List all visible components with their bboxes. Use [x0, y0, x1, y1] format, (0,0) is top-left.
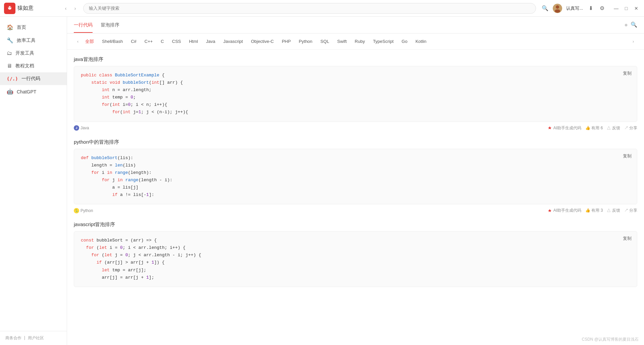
lang-objc[interactable]: Objective-C: [248, 38, 277, 45]
javascript-code: const bubbleSort = (arr) => { for (let i…: [81, 237, 630, 281]
python-ai-action[interactable]: AI助手生成代码: [547, 208, 581, 213]
lang-all[interactable]: 全部: [82, 37, 97, 46]
oneliner-icon: (/.): [7, 76, 18, 81]
java-code-block: 复制 public class BubbleSortExample { stat…: [74, 66, 637, 122]
app-name: 猿如意: [17, 5, 34, 12]
sidebar-item-devtools[interactable]: 🗂 开发工具: [0, 47, 67, 60]
sidebar-item-oneliner[interactable]: (/.) 一行代码: [0, 72, 67, 85]
sidebar-item-label: 首页: [17, 24, 26, 30]
python-footer: 🐍 Python AI助手生成代码 👍 有用 3 △ 反馈: [74, 204, 637, 215]
business-link[interactable]: 商务合作: [5, 335, 21, 341]
tools-icon: 🔧: [7, 37, 13, 44]
lang-java[interactable]: Java: [203, 38, 218, 45]
python-feedback-action[interactable]: △ 反馈: [607, 208, 620, 213]
titlebar: 猿如意 ‹ › 🔍 认真写... ⬇ ⚙ — □ ✕: [0, 0, 644, 17]
lang-prev-arrow[interactable]: ‹: [74, 38, 82, 46]
java-lang-dot: J: [74, 125, 79, 131]
python-entry-title: python中的冒泡排序: [74, 139, 637, 145]
java-copy-button[interactable]: 复制: [623, 70, 632, 76]
tab-search-icon[interactable]: 🔍: [631, 21, 637, 28]
java-footer: J Java AI助手生成代码 👍 有用 6 △ 反馈: [74, 122, 637, 132]
settings-icon[interactable]: ⚙: [598, 5, 606, 12]
close-button[interactable]: ✕: [633, 5, 640, 12]
footer-credit: CSDN @认真写博客的夏目浅石: [582, 337, 639, 342]
sidebar-footer: 商务合作 | 用户社区: [0, 331, 67, 345]
javascript-code-block: 复制 const bubbleSort = (arr) => { for (le…: [74, 231, 637, 287]
lang-javascript[interactable]: Javascript: [220, 38, 247, 45]
java-lang-badge: J Java: [74, 125, 89, 131]
lang-python[interactable]: Python: [296, 38, 316, 45]
lang-swift[interactable]: Swift: [334, 38, 350, 45]
avatar: [553, 4, 562, 13]
lang-go[interactable]: Go: [398, 38, 411, 45]
lang-filter: ‹ 全部 Shell/Bash C# C++ C CSS Html Java J…: [67, 33, 644, 50]
search-input[interactable]: [83, 3, 536, 14]
python-useful-action[interactable]: 👍 有用 3: [585, 208, 603, 213]
app-logo-icon: [4, 3, 15, 14]
python-lang-badge: 🐍 Python: [74, 208, 93, 213]
download-icon[interactable]: ⬇: [587, 5, 594, 12]
sidebar-nav: 🏠 首页 🔧 效率工具 🗂 开发工具 🖥 教程文档 (/.) 一行代码 🤖: [0, 17, 67, 331]
code-entry-java: java冒泡排序 复制 public class BubbleSortExamp…: [74, 56, 637, 132]
svg-point-4: [556, 5, 559, 9]
tab-bubble[interactable]: 冒泡排序: [101, 17, 119, 33]
community-link[interactable]: 用户社区: [28, 335, 44, 341]
javascript-copy-button[interactable]: 复制: [623, 235, 632, 242]
java-feedback-action[interactable]: △ 反馈: [607, 125, 620, 131]
python-share-action[interactable]: ↗ 分享: [624, 208, 637, 213]
code-list: java冒泡排序 复制 public class BubbleSortExamp…: [67, 50, 644, 345]
sidebar-item-label: 开发工具: [15, 50, 34, 56]
lang-php[interactable]: PHP: [278, 38, 294, 45]
maximize-button[interactable]: □: [623, 5, 630, 12]
lang-kotlin[interactable]: Kotlin: [412, 38, 430, 45]
search-icon[interactable]: 🔍: [541, 5, 549, 12]
java-useful-action[interactable]: 👍 有用 6: [585, 125, 603, 131]
sidebar-item-chatgpt[interactable]: 🤖 ChatGPT: [0, 85, 67, 98]
minimize-button[interactable]: —: [612, 5, 620, 12]
lang-html[interactable]: Html: [185, 38, 201, 45]
sidebar: 🏠 首页 🔧 效率工具 🗂 开发工具 🖥 教程文档 (/.) 一行代码 🤖: [0, 17, 67, 345]
java-ai-action[interactable]: AI助手生成代码: [547, 125, 581, 131]
titlebar-actions: 🔍 认真写... ⬇ ⚙ — □ ✕: [541, 4, 640, 13]
sidebar-item-home[interactable]: 🏠 首页: [0, 21, 67, 34]
window-controls: — □ ✕: [612, 5, 640, 12]
python-copy-button[interactable]: 复制: [623, 153, 632, 159]
sidebar-item-label: ChatGPT: [17, 89, 36, 94]
javascript-entry-title: javascript冒泡排序: [74, 221, 637, 228]
page-footer: CSDN @认真写博客的夏目浅石: [582, 337, 639, 342]
forward-button[interactable]: ›: [71, 4, 79, 12]
lang-items: 全部 Shell/Bash C# C++ C CSS Html Java Jav…: [82, 37, 629, 46]
devtools-icon: 🗂: [7, 50, 12, 56]
java-entry-title: java冒泡排序: [74, 56, 637, 63]
code-entry-python: python中的冒泡排序 复制 def bubbleSort(lis): len…: [74, 139, 637, 215]
lang-c[interactable]: C: [157, 38, 167, 45]
tab-search-icons: ● 🔍: [624, 21, 637, 28]
java-share-action[interactable]: ↗ 分享: [624, 125, 637, 131]
tab-oneliner[interactable]: 一行代码: [74, 17, 93, 33]
lang-shell[interactable]: Shell/Bash: [99, 38, 126, 45]
back-button[interactable]: ‹: [62, 4, 70, 12]
svg-point-1: [8, 6, 9, 7]
sidebar-item-docs[interactable]: 🖥 教程文档: [0, 60, 67, 72]
user-name: 认真写...: [566, 5, 583, 11]
docs-icon: 🖥: [7, 63, 12, 69]
logo-area: 猿如意: [4, 3, 58, 14]
code-entry-javascript: javascript冒泡排序 复制 const bubbleSort = (ar…: [74, 221, 637, 287]
python-lang-dot: 🐍: [74, 208, 79, 213]
svg-point-2: [10, 6, 11, 7]
lang-cpp[interactable]: C++: [141, 38, 156, 45]
tab-circle-icon: ●: [624, 21, 628, 28]
top-tabs: 一行代码 冒泡排序 ● 🔍: [67, 17, 644, 33]
java-lang-label: Java: [80, 126, 89, 130]
python-lang-label: Python: [80, 208, 93, 213]
lang-css[interactable]: CSS: [169, 38, 184, 45]
lang-typescript[interactable]: TypeScript: [370, 38, 397, 45]
python-code: def bubbleSort(lis): length = len(lis) f…: [81, 154, 630, 199]
lang-ruby[interactable]: Ruby: [352, 38, 368, 45]
nav-arrows: ‹ ›: [62, 4, 79, 12]
sidebar-item-tools[interactable]: 🔧 效率工具: [0, 34, 67, 47]
lang-sql[interactable]: SQL: [317, 38, 332, 45]
python-code-block: 复制 def bubbleSort(lis): length = len(lis…: [74, 149, 637, 205]
lang-next-arrow[interactable]: ›: [629, 38, 637, 46]
lang-csharp[interactable]: C#: [127, 38, 140, 45]
